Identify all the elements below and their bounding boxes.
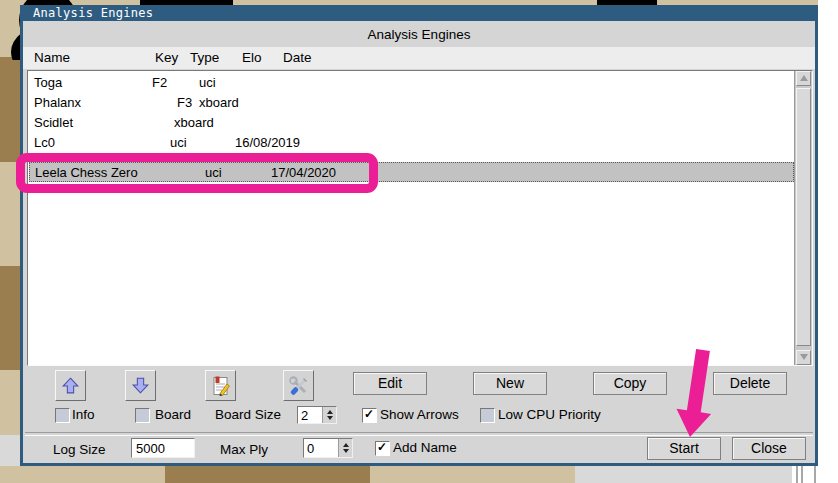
down-arrow-icon <box>130 375 151 396</box>
spin-down-icon <box>327 416 333 420</box>
engine-type: xboard <box>199 93 239 113</box>
column-date: Date <box>283 50 312 65</box>
board-size-label: Board Size <box>215 407 281 422</box>
low-cpu-label: Low CPU Priority <box>498 407 601 422</box>
log-size-input[interactable] <box>131 438 195 458</box>
board-checkbox[interactable] <box>135 408 150 423</box>
window-title: Analysis Engines <box>33 6 153 20</box>
new-button[interactable]: New <box>473 372 547 395</box>
window-title-bar[interactable]: Analysis Engines <box>20 5 818 21</box>
engine-type: uci <box>170 133 187 153</box>
scrollbar-down-button[interactable] <box>796 350 811 365</box>
column-name: Name <box>34 50 70 65</box>
info-label: Info <box>72 407 95 422</box>
board-size-input[interactable] <box>298 407 322 423</box>
panel-fragment <box>0 435 20 466</box>
engine-log-button[interactable] <box>205 370 236 401</box>
column-elo: Elo <box>242 50 262 65</box>
engine-date: 16/08/2019 <box>235 133 300 153</box>
board-square <box>165 466 370 483</box>
spinner-buttons[interactable] <box>322 407 336 423</box>
delete-button[interactable]: Delete <box>713 372 787 395</box>
max-ply-spinner[interactable] <box>303 438 353 458</box>
tools-icon <box>288 375 310 397</box>
add-name-label: Add Name <box>393 440 457 455</box>
engine-name: Phalanx <box>34 93 81 113</box>
engine-key: F2 <box>152 73 167 93</box>
board-label: Board <box>155 407 191 422</box>
note-edit-icon <box>210 375 232 397</box>
engine-type: uci <box>199 73 216 93</box>
max-ply-label: Max Ply <box>220 442 268 457</box>
scrollbar-up-button[interactable] <box>796 71 811 86</box>
list-column-header: Name Key Type Elo Date <box>23 47 815 69</box>
spin-down-icon <box>343 449 349 453</box>
info-checkbox[interactable] <box>55 408 70 423</box>
move-down-button[interactable] <box>125 370 156 401</box>
engine-row-phalanx[interactable]: Phalanx F3 xboard <box>29 93 794 113</box>
up-arrow-icon <box>60 375 81 396</box>
engine-list[interactable]: Toga F2 uci Phalanx F3 xboard Scidlet xb… <box>27 70 813 366</box>
add-name-checkbox[interactable] <box>375 441 390 456</box>
engine-configure-button[interactable] <box>283 370 314 401</box>
sash-divider <box>796 466 798 483</box>
up-triangle-icon <box>800 75 808 81</box>
scrollbar-thumb[interactable] <box>796 88 811 346</box>
board-size-spinner[interactable] <box>297 406 337 424</box>
max-ply-input[interactable] <box>304 439 338 457</box>
engine-row-lc0[interactable]: Lc0 uci 16/08/2019 <box>29 133 794 153</box>
low-cpu-checkbox[interactable] <box>480 408 495 423</box>
show-arrows-checkbox[interactable] <box>362 408 377 423</box>
engine-row-toga[interactable]: Toga F2 uci <box>29 73 794 93</box>
engine-name: Scidlet <box>34 113 73 133</box>
engine-row-scidlet[interactable]: Scidlet xboard <box>29 113 794 133</box>
engine-type: xboard <box>174 113 214 133</box>
column-type: Type <box>190 50 219 65</box>
sash-divider <box>801 466 803 483</box>
move-up-button[interactable] <box>55 370 86 401</box>
board-square <box>0 370 20 435</box>
board-square <box>0 466 165 483</box>
column-key: Key <box>155 50 178 65</box>
annotation-highlight-box <box>16 153 378 193</box>
sash-divider <box>814 466 816 483</box>
show-arrows-label: Show Arrows <box>380 407 459 422</box>
spinner-buttons[interactable] <box>338 439 352 457</box>
board-square <box>370 466 575 483</box>
board-square <box>0 266 20 370</box>
screen: Analysis Engines Analysis Engines Name K… <box>0 0 838 483</box>
panel-fragment <box>575 466 792 483</box>
log-size-label: Log Size <box>53 442 106 457</box>
spin-up-icon <box>327 410 333 414</box>
list-scrollbar[interactable] <box>794 71 812 365</box>
engine-name: Lc0 <box>34 133 55 153</box>
annotation-arrow <box>652 344 716 444</box>
engine-key: F3 <box>177 93 192 113</box>
engine-name: Toga <box>34 73 62 93</box>
close-button[interactable]: Close <box>732 437 806 460</box>
down-triangle-icon <box>800 354 808 360</box>
dialog-heading: Analysis Engines <box>23 27 815 42</box>
engine-rows: Toga F2 uci Phalanx F3 xboard Scidlet xb… <box>29 71 794 364</box>
spin-up-icon <box>343 443 349 447</box>
board-square <box>0 57 20 162</box>
edit-button[interactable]: Edit <box>353 372 427 395</box>
